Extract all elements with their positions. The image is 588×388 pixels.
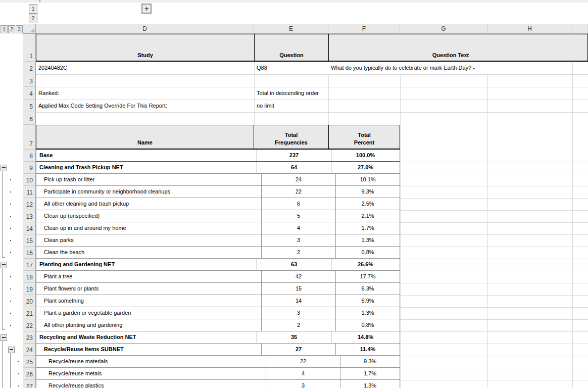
percent-cell[interactable]: 1.7% (340, 368, 400, 379)
frequency-cell[interactable]: 27 (261, 344, 335, 355)
row-header-11[interactable]: 11 (23, 186, 36, 198)
row-header-18[interactable]: 18 (23, 271, 36, 283)
row-header-10[interactable]: 10 (23, 174, 36, 186)
name-cell[interactable]: Clean up in and around my home (36, 222, 261, 234)
percent-cell[interactable]: 6.3% (335, 283, 400, 295)
column-header-partial[interactable] (572, 24, 588, 34)
row-header-23[interactable]: 23 (23, 331, 36, 344)
percent-cell[interactable]: 2.1% (335, 210, 400, 222)
name-cell[interactable]: All other planting and gardening (36, 319, 261, 331)
name-cell[interactable]: Planting and Gardening NET (36, 259, 257, 270)
row-header-7[interactable]: 7 (23, 125, 36, 150)
name-cell[interactable]: Clean up (unspecified) (36, 210, 261, 222)
max-code-label-cell[interactable]: Applied Max Code Setting Override For Th… (36, 100, 254, 112)
name-cell[interactable]: Plant flowers or plants (36, 283, 261, 295)
row-header-16[interactable]: 16 (23, 247, 36, 259)
total-frequencies-column-header[interactable]: Total Frequencies (254, 125, 328, 149)
ranked-value-cell[interactable]: Total in descending order (254, 87, 328, 100)
name-cell[interactable]: Base (36, 150, 257, 161)
frequency-cell[interactable]: 14 (261, 295, 335, 307)
column-header-G[interactable]: G (400, 24, 487, 34)
question-header-cell[interactable]: Question (254, 34, 329, 62)
row-header-6[interactable]: 6 (23, 112, 36, 125)
row-header-21[interactable]: 21 (23, 307, 36, 319)
expand-column-group-button[interactable]: + (141, 4, 152, 14)
name-cell[interactable]: All other cleaning and trash pickup (36, 198, 261, 210)
column-header-E[interactable]: E (254, 24, 328, 34)
row-outline-level-1-button[interactable]: 1 (1, 25, 8, 33)
percent-cell[interactable]: 26.6% (331, 259, 400, 270)
name-cell[interactable]: Recycling and Waste Reduction NET (36, 331, 257, 343)
percent-cell[interactable]: 1.3% (340, 380, 400, 388)
row-header-13[interactable]: 13 (23, 210, 36, 222)
percent-cell[interactable]: 9.3% (335, 186, 400, 198)
select-all-corner[interactable] (23, 24, 36, 34)
study-value-cell[interactable]: 20240482C (36, 62, 254, 74)
frequency-cell[interactable]: 4 (261, 222, 335, 234)
frequency-cell[interactable]: 3 (266, 380, 340, 388)
percent-cell[interactable]: 1.3% (335, 234, 400, 246)
percent-cell[interactable]: 11.4% (335, 344, 400, 355)
percent-cell[interactable]: 1.3% (335, 307, 400, 319)
ranked-label-cell[interactable]: Ranked: (36, 87, 254, 100)
column-outline-level-2-button[interactable]: 2 (29, 14, 37, 23)
row-header-17[interactable]: 17 (23, 259, 36, 271)
row-header-27[interactable]: 27 (23, 380, 36, 388)
percent-cell[interactable]: 27.0% (331, 162, 400, 173)
column-header-F[interactable]: F (328, 24, 400, 34)
frequency-cell[interactable]: 24 (261, 174, 335, 185)
percent-cell[interactable]: 10.1% (335, 174, 400, 185)
study-header-cell[interactable]: Study (36, 34, 255, 62)
percent-cell[interactable]: 0.8% (335, 319, 400, 331)
column-header-H[interactable]: H (487, 24, 572, 34)
row-header-19[interactable]: 19 (23, 283, 36, 295)
question-value-cell[interactable]: Q88 (254, 62, 328, 74)
name-cell[interactable]: Cleaning and Trash Pickup NET (36, 162, 257, 173)
collapse-group-button[interactable] (1, 165, 7, 171)
row-header-3[interactable]: 3 (23, 74, 36, 87)
frequency-cell[interactable]: 3 (261, 307, 335, 319)
frequency-cell[interactable]: 64 (257, 162, 331, 173)
name-cell[interactable]: Clean the beach (36, 247, 261, 258)
percent-cell[interactable]: 1.7% (335, 222, 400, 234)
row-header-20[interactable]: 20 (23, 295, 36, 307)
row-header-26[interactable]: 26 (23, 368, 36, 380)
name-cell[interactable]: Recycle/Reuse Items SUBNET (36, 344, 261, 355)
row-outline-level-3-button[interactable]: 3 (16, 25, 23, 33)
row-header-14[interactable]: 14 (23, 222, 36, 234)
percent-cell[interactable]: 5.9% (335, 295, 400, 307)
name-cell[interactable]: Plant a tree (36, 271, 261, 282)
name-column-header[interactable]: Name (36, 125, 254, 149)
frequency-cell[interactable]: 2 (261, 319, 335, 331)
percent-cell[interactable]: 17.7% (335, 271, 400, 282)
frequency-cell[interactable]: 63 (257, 259, 331, 270)
row-header-15[interactable]: 15 (23, 234, 36, 247)
frequency-cell[interactable]: 22 (266, 356, 340, 367)
percent-cell[interactable]: 9.3% (340, 356, 400, 367)
frequency-cell[interactable]: 22 (261, 186, 335, 198)
frequency-cell[interactable]: 15 (261, 283, 335, 295)
name-cell[interactable]: Recycle/reuse plastics (36, 380, 266, 388)
frequency-cell[interactable]: 4 (266, 368, 340, 379)
row-outline-level-2-button[interactable]: 2 (8, 25, 15, 33)
collapse-group-button[interactable] (8, 347, 15, 353)
frequency-cell[interactable]: 237 (257, 150, 331, 161)
percent-cell[interactable]: 100.0% (331, 150, 400, 161)
frequency-cell[interactable]: 6 (261, 198, 335, 210)
total-percent-column-header[interactable]: Total Percent (328, 125, 400, 149)
name-cell[interactable]: Recycle/reuse metals (36, 368, 266, 379)
row-header-25[interactable]: 25 (23, 356, 36, 368)
row-header-22[interactable]: 22 (23, 319, 36, 331)
name-cell[interactable]: Pick up trash or litter (36, 174, 261, 185)
collapse-group-button[interactable] (1, 262, 7, 268)
percent-cell[interactable]: 2.5% (335, 198, 400, 210)
name-cell[interactable]: Plant a garden or vegetable garden (36, 307, 261, 319)
row-header-9[interactable]: 9 (23, 162, 36, 174)
collapse-group-button[interactable] (1, 334, 7, 341)
max-code-value-cell[interactable]: no limit (254, 100, 328, 112)
frequency-cell[interactable]: 3 (261, 234, 335, 246)
name-cell[interactable]: Plant something (36, 295, 261, 307)
row-header-2[interactable]: 2 (23, 62, 36, 74)
percent-cell[interactable]: 14.8% (331, 331, 400, 343)
row-header-1[interactable]: 1 (23, 34, 36, 62)
